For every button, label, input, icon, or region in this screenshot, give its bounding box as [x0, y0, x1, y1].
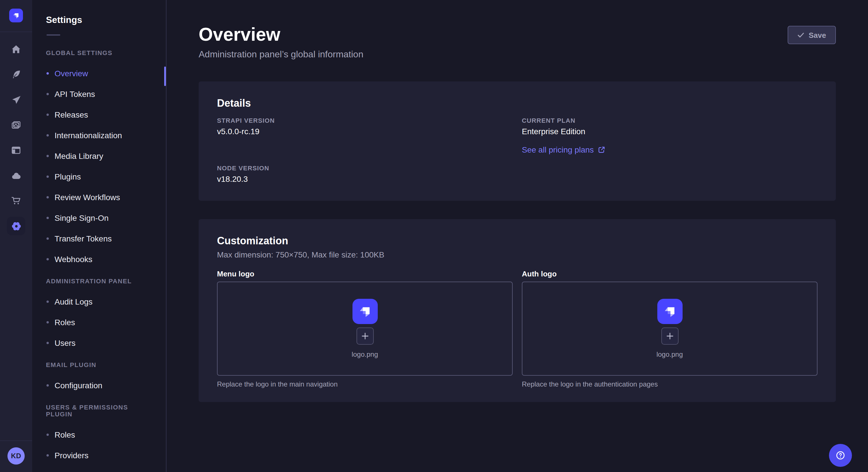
subnav-item-admin-roles[interactable]: Roles [32, 312, 166, 333]
paper-plane-icon [11, 94, 22, 105]
user-avatar[interactable]: KD [7, 447, 25, 465]
field-label: NODE VERSION [217, 165, 513, 171]
bullet-icon [46, 301, 49, 303]
bullet-icon [46, 134, 49, 136]
pricing-plans-link[interactable]: See all pricing plans [522, 145, 606, 154]
subnav-item-up-providers[interactable]: Providers [32, 445, 166, 466]
active-item-indicator [164, 67, 166, 86]
subnav-item-webhooks[interactable]: Webhooks [32, 249, 166, 270]
section-users-permissions-plugin: USERS & PERMISSIONS PLUGIN Roles Provide… [32, 404, 166, 466]
sidebar-item-content-manager[interactable] [0, 138, 32, 163]
menu-logo-label: Menu logo [217, 270, 513, 278]
subnav-item-email-configuration[interactable]: Configuration [32, 375, 166, 396]
strapi-logo-icon [356, 303, 373, 320]
subnav-item-internationalization[interactable]: Internationalization [32, 125, 166, 146]
subnav-item-up-roles[interactable]: Roles [32, 425, 166, 445]
sidebar-item-settings[interactable] [0, 213, 32, 239]
subnav-item-review-workflows[interactable]: Review Workflows [32, 187, 166, 208]
settings-active-tile [7, 217, 25, 235]
bullet-icon [46, 175, 49, 178]
details-right-column: CURRENT PLAN Enterprise Edition See all … [522, 110, 817, 183]
auth-logo-label: Auth logo [522, 270, 817, 278]
bullet-icon [46, 72, 49, 74]
nav-bottom: KD [0, 440, 32, 472]
current-plan-field: CURRENT PLAN Enterprise Edition [522, 117, 817, 136]
bullet-icon [46, 155, 49, 157]
main-nav: KD [0, 0, 32, 472]
section-global-settings: GLOBAL SETTINGS Overview API Tokens Rele… [32, 49, 166, 270]
menu-logo-filename: logo.png [352, 350, 378, 359]
bullet-icon [46, 237, 49, 240]
sidebar-item-content-builder[interactable] [0, 62, 32, 87]
bullet-icon [46, 321, 49, 324]
menu-logo-dropzone[interactable]: logo.png [217, 281, 513, 376]
sidebar-item-deploy[interactable] [0, 87, 32, 112]
auth-logo-block: Auth logo [522, 270, 817, 388]
subnav-item-single-sign-on[interactable]: Single Sign-On [32, 208, 166, 228]
check-icon [797, 32, 804, 38]
external-link-icon [598, 146, 606, 153]
strapi-admin-settings: KD Settings GLOBAL SETTINGS Overview API… [0, 0, 868, 472]
auth-logo-caption: Replace the logo in the authentication p… [522, 380, 817, 388]
subnav-item-plugins[interactable]: Plugins [32, 166, 166, 187]
help-button[interactable] [829, 444, 852, 467]
main-nav-icons [0, 37, 32, 239]
section-label: EMAIL PLUGIN [32, 361, 166, 368]
strapi-logo[interactable] [9, 9, 23, 22]
save-button[interactable]: Save [787, 26, 836, 44]
subnav-item-releases[interactable]: Releases [32, 104, 166, 125]
bullet-icon [46, 196, 49, 198]
field-value: Enterprise Edition [522, 127, 817, 136]
bullet-icon [46, 217, 49, 219]
plus-icon [665, 332, 674, 340]
section-label: GLOBAL SETTINGS [32, 49, 166, 56]
plus-icon [361, 332, 369, 340]
page-subtitle: Administration panel’s global informatio… [198, 49, 363, 60]
bullet-icon [46, 93, 49, 95]
details-title: Details [217, 96, 817, 110]
subnav-item-media-library[interactable]: Media Library [32, 146, 166, 166]
bullet-icon [46, 258, 49, 260]
menu-logo-caption: Replace the logo in the main navigation [217, 380, 513, 388]
field-label: CURRENT PLAN [522, 117, 817, 124]
bullet-icon [46, 342, 49, 344]
add-auth-logo-button[interactable] [661, 328, 678, 345]
subnav-item-overview[interactable]: Overview [32, 63, 166, 84]
cart-icon [11, 196, 21, 206]
customization-subtitle: Max dimension: 750×750, Max file size: 1… [217, 250, 817, 259]
field-value: v5.0.0-rc.19 [217, 127, 513, 136]
subnav-item-api-tokens[interactable]: API Tokens [32, 84, 166, 104]
field-label: STRAPI VERSION [217, 117, 513, 124]
cloud-icon [11, 170, 22, 181]
menu-logo-block: Menu logo [217, 270, 513, 388]
strapi-logo-icon [11, 11, 21, 20]
bullet-icon [46, 434, 49, 436]
strapi-logo-icon [661, 303, 678, 320]
subnav-item-audit-logs[interactable]: Audit Logs [32, 291, 166, 312]
bullet-icon [46, 384, 49, 386]
sidebar-item-home[interactable] [0, 37, 32, 62]
gear-icon [11, 221, 22, 231]
auth-logo-filename: logo.png [656, 350, 683, 359]
question-mark-icon [835, 450, 846, 461]
section-email-plugin: EMAIL PLUGIN Configuration [32, 361, 166, 396]
window-layout-icon [11, 145, 21, 156]
nav-divider-bottom [0, 440, 32, 441]
customization-title: Customization [217, 234, 817, 248]
feather-icon [11, 69, 21, 80]
strapi-version-field: STRAPI VERSION v5.0.0-rc.19 [217, 117, 513, 136]
main-content: Overview Administration panel’s global i… [166, 0, 868, 472]
customization-card: Customization Max dimension: 750×750, Ma… [198, 219, 836, 402]
add-menu-logo-button[interactable] [356, 328, 373, 345]
sidebar-item-cloud[interactable] [0, 163, 32, 188]
current-menu-logo [352, 299, 377, 324]
subnav-item-admin-users[interactable]: Users [32, 333, 166, 353]
sidebar-item-marketplace[interactable] [0, 188, 32, 213]
bullet-icon [46, 454, 49, 457]
subnav-item-transfer-tokens[interactable]: Transfer Tokens [32, 228, 166, 249]
auth-logo-dropzone[interactable]: logo.png [522, 281, 817, 376]
subnav-title: Settings [46, 15, 152, 25]
subnav-divider [46, 34, 60, 36]
sidebar-item-media-library[interactable] [0, 112, 32, 138]
home-icon [11, 44, 21, 55]
